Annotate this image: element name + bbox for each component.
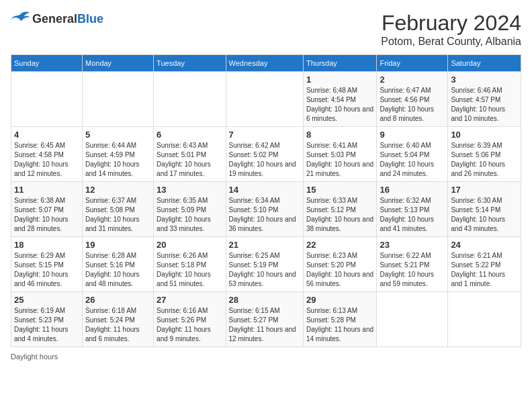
calendar-day-cell: 7Sunrise: 6:42 AMSunset: 5:02 PMDaylight… [226, 127, 303, 182]
day-info: Sunrise: 6:40 AMSunset: 5:04 PMDaylight:… [380, 141, 445, 179]
day-number: 18 [14, 240, 79, 250]
calendar-day-cell: 24Sunrise: 6:21 AMSunset: 5:22 PMDayligh… [448, 237, 521, 292]
day-number: 29 [306, 295, 373, 305]
calendar-day-cell: 19Sunrise: 6:28 AMSunset: 5:16 PMDayligh… [82, 237, 153, 292]
day-number: 5 [85, 130, 150, 140]
day-info: Sunrise: 6:26 AMSunset: 5:18 PMDaylight:… [157, 251, 222, 289]
day-info: Sunrise: 6:22 AMSunset: 5:21 PMDaylight:… [380, 251, 445, 289]
day-info: Sunrise: 6:32 AMSunset: 5:13 PMDaylight:… [380, 196, 445, 234]
title-section: February 2024 Potom, Berat County, Alban… [381, 11, 521, 48]
day-number: 27 [157, 295, 222, 305]
calendar-day-cell: 11Sunrise: 6:38 AMSunset: 5:07 PMDayligh… [11, 182, 83, 237]
day-number: 7 [229, 130, 300, 140]
day-info: Sunrise: 6:44 AMSunset: 4:59 PMDaylight:… [85, 141, 150, 179]
day-of-week-header: Wednesday [226, 55, 303, 72]
day-number: 13 [157, 185, 222, 195]
calendar-day-cell [448, 292, 521, 347]
day-info: Sunrise: 6:41 AMSunset: 5:03 PMDaylight:… [306, 141, 373, 179]
subtitle: Potom, Berat County, Albania [381, 36, 521, 48]
day-number: 3 [451, 75, 518, 85]
calendar-day-cell: 18Sunrise: 6:29 AMSunset: 5:15 PMDayligh… [11, 237, 83, 292]
main-title: February 2024 [381, 11, 521, 36]
day-number: 24 [451, 240, 518, 250]
day-number: 21 [229, 240, 300, 250]
calendar-week-row: 25Sunrise: 6:19 AMSunset: 5:23 PMDayligh… [11, 292, 521, 347]
day-of-week-header: Saturday [448, 55, 521, 72]
day-info: Sunrise: 6:34 AMSunset: 5:10 PMDaylight:… [229, 196, 300, 234]
day-info: Sunrise: 6:46 AMSunset: 4:57 PMDaylight:… [451, 86, 518, 124]
calendar-day-cell [377, 292, 448, 347]
day-number: 4 [14, 130, 79, 140]
day-number: 23 [380, 240, 445, 250]
calendar-day-cell: 5Sunrise: 6:44 AMSunset: 4:59 PMDaylight… [82, 127, 153, 182]
page-header: GeneralBlue February 2024 Potom, Berat C… [11, 11, 521, 48]
day-info: Sunrise: 6:38 AMSunset: 5:07 PMDaylight:… [14, 196, 79, 234]
calendar-day-cell: 22Sunrise: 6:23 AMSunset: 5:20 PMDayligh… [303, 237, 376, 292]
header-row: SundayMondayTuesdayWednesdayThursdayFrid… [11, 55, 521, 72]
calendar-day-cell: 23Sunrise: 6:22 AMSunset: 5:21 PMDayligh… [377, 237, 448, 292]
daylight-label: Daylight hours [11, 353, 58, 361]
logo: GeneralBlue [11, 11, 103, 27]
day-number: 2 [380, 75, 445, 85]
day-number: 28 [229, 295, 300, 305]
calendar-week-row: 18Sunrise: 6:29 AMSunset: 5:15 PMDayligh… [11, 237, 521, 292]
calendar-day-cell: 16Sunrise: 6:32 AMSunset: 5:13 PMDayligh… [377, 182, 448, 237]
day-info: Sunrise: 6:19 AMSunset: 5:23 PMDaylight:… [14, 306, 79, 344]
calendar-day-cell: 9Sunrise: 6:40 AMSunset: 5:04 PMDaylight… [377, 127, 448, 182]
day-info: Sunrise: 6:35 AMSunset: 5:09 PMDaylight:… [157, 196, 222, 234]
day-number: 11 [14, 185, 79, 195]
day-number: 16 [380, 185, 445, 195]
day-info: Sunrise: 6:25 AMSunset: 5:19 PMDaylight:… [229, 251, 300, 289]
footer: Daylight hours [11, 353, 521, 361]
day-of-week-header: Tuesday [154, 55, 226, 72]
day-info: Sunrise: 6:30 AMSunset: 5:14 PMDaylight:… [451, 196, 518, 234]
day-info: Sunrise: 6:42 AMSunset: 5:02 PMDaylight:… [229, 141, 300, 179]
day-of-week-header: Friday [377, 55, 448, 72]
calendar-day-cell: 6Sunrise: 6:43 AMSunset: 5:01 PMDaylight… [154, 127, 226, 182]
day-number: 19 [85, 240, 150, 250]
day-number: 22 [306, 240, 373, 250]
calendar-day-cell: 29Sunrise: 6:13 AMSunset: 5:28 PMDayligh… [303, 292, 376, 347]
calendar-day-cell: 13Sunrise: 6:35 AMSunset: 5:09 PMDayligh… [154, 182, 226, 237]
day-info: Sunrise: 6:16 AMSunset: 5:26 PMDaylight:… [157, 306, 222, 344]
day-number: 10 [451, 130, 518, 140]
calendar-day-cell [154, 72, 226, 127]
calendar-day-cell: 4Sunrise: 6:45 AMSunset: 4:58 PMDaylight… [11, 127, 83, 182]
day-info: Sunrise: 6:39 AMSunset: 5:06 PMDaylight:… [451, 141, 518, 179]
calendar-day-cell: 2Sunrise: 6:47 AMSunset: 4:56 PMDaylight… [377, 72, 448, 127]
calendar-day-cell: 20Sunrise: 6:26 AMSunset: 5:18 PMDayligh… [154, 237, 226, 292]
calendar-day-cell: 26Sunrise: 6:18 AMSunset: 5:24 PMDayligh… [82, 292, 153, 347]
calendar-week-row: 11Sunrise: 6:38 AMSunset: 5:07 PMDayligh… [11, 182, 521, 237]
calendar-day-cell: 12Sunrise: 6:37 AMSunset: 5:08 PMDayligh… [82, 182, 153, 237]
day-number: 17 [451, 185, 518, 195]
calendar-day-cell: 21Sunrise: 6:25 AMSunset: 5:19 PMDayligh… [226, 237, 303, 292]
day-info: Sunrise: 6:33 AMSunset: 5:12 PMDaylight:… [306, 196, 373, 234]
day-info: Sunrise: 6:47 AMSunset: 4:56 PMDaylight:… [380, 86, 445, 124]
calendar-day-cell: 28Sunrise: 6:15 AMSunset: 5:27 PMDayligh… [226, 292, 303, 347]
day-number: 6 [157, 130, 222, 140]
calendar-day-cell: 27Sunrise: 6:16 AMSunset: 5:26 PMDayligh… [154, 292, 226, 347]
calendar-day-cell: 25Sunrise: 6:19 AMSunset: 5:23 PMDayligh… [11, 292, 83, 347]
calendar-day-cell [82, 72, 153, 127]
calendar-week-row: 1Sunrise: 6:48 AMSunset: 4:54 PMDaylight… [11, 72, 521, 127]
calendar-day-cell: 17Sunrise: 6:30 AMSunset: 5:14 PMDayligh… [448, 182, 521, 237]
day-of-week-header: Thursday [303, 55, 376, 72]
day-info: Sunrise: 6:15 AMSunset: 5:27 PMDaylight:… [229, 306, 300, 344]
day-number: 20 [157, 240, 222, 250]
day-of-week-header: Monday [82, 55, 153, 72]
day-info: Sunrise: 6:21 AMSunset: 5:22 PMDaylight:… [451, 251, 518, 289]
day-info: Sunrise: 6:48 AMSunset: 4:54 PMDaylight:… [306, 86, 373, 124]
day-number: 1 [306, 75, 373, 85]
day-info: Sunrise: 6:37 AMSunset: 5:08 PMDaylight:… [85, 196, 150, 234]
day-number: 26 [85, 295, 150, 305]
calendar-day-cell [11, 72, 83, 127]
calendar-day-cell: 10Sunrise: 6:39 AMSunset: 5:06 PMDayligh… [448, 127, 521, 182]
day-info: Sunrise: 6:45 AMSunset: 4:58 PMDaylight:… [14, 141, 79, 179]
day-info: Sunrise: 6:28 AMSunset: 5:16 PMDaylight:… [85, 251, 150, 289]
day-number: 8 [306, 130, 373, 140]
day-number: 15 [306, 185, 373, 195]
day-info: Sunrise: 6:23 AMSunset: 5:20 PMDaylight:… [306, 251, 373, 289]
logo-text: GeneralBlue [32, 12, 103, 26]
day-info: Sunrise: 6:13 AMSunset: 5:28 PMDaylight:… [306, 306, 373, 344]
calendar-day-cell: 14Sunrise: 6:34 AMSunset: 5:10 PMDayligh… [226, 182, 303, 237]
